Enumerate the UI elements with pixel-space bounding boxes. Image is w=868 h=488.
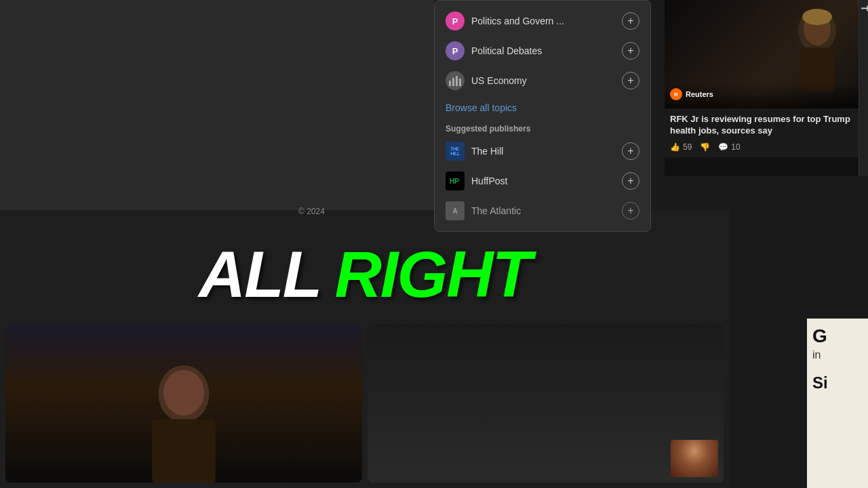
like-icon: 👍 xyxy=(670,142,680,152)
bottom-card-left[interactable] xyxy=(5,324,362,483)
the-hill-icon: THEHILL xyxy=(446,142,465,161)
economy-icon xyxy=(446,71,465,90)
svg-rect-0 xyxy=(449,81,451,86)
huffpost-icon: HP xyxy=(446,171,465,190)
partial-card-letter-si: Si xyxy=(812,373,828,392)
partial-card-letter-g: G xyxy=(812,327,863,346)
huffpost-label: HuffPost xyxy=(471,176,615,186)
svg-text:HP: HP xyxy=(450,178,459,185)
news-card-content: RFK Jr is reviewing resumes for top Trum… xyxy=(665,108,868,157)
debates-icon: P xyxy=(446,41,465,60)
add-huffpost-button[interactable]: + xyxy=(622,172,639,190)
bg-left xyxy=(0,0,434,210)
dropdown-panel: P Politics and Govern ... + P Political … xyxy=(434,0,651,232)
bottom-card-middle-bg xyxy=(368,324,724,483)
topic-item-debates[interactable]: P Political Debates + xyxy=(435,36,650,66)
news-card-image: R Reuters xyxy=(665,0,868,108)
bottom-card-left-bg xyxy=(5,324,362,483)
comment-button[interactable]: 💬 10 xyxy=(718,142,740,152)
svg-rect-2 xyxy=(456,76,458,86)
publisher-item-huffpost[interactable]: HP HuffPost + xyxy=(435,166,650,196)
overlay-word-all: ALL xyxy=(199,237,321,312)
dislike-icon: 👎 xyxy=(700,142,710,152)
svg-point-9 xyxy=(802,9,832,25)
the-hill-label: The Hill xyxy=(471,146,615,157)
add-economy-button[interactable]: + xyxy=(622,72,639,89)
partial-right-text: T xyxy=(859,0,868,17)
reuters-badge: R Reuters xyxy=(670,88,863,100)
reuters-news-card[interactable]: R Reuters RFK Jr is reviewing resumes fo… xyxy=(665,0,868,176)
reuters-icon: R xyxy=(670,88,682,100)
suggested-publishers-label: Suggested publishers xyxy=(435,120,650,136)
svg-rect-11 xyxy=(152,419,216,483)
reuters-name: Reuters xyxy=(686,90,713,98)
add-debates-button[interactable]: + xyxy=(622,42,639,60)
like-button[interactable]: 👍 59 xyxy=(670,142,692,152)
browse-all-topics-link[interactable]: Browse all topics xyxy=(435,96,650,120)
partial-right-card: T xyxy=(859,0,868,176)
news-actions: 👍 59 👎 💬 10 xyxy=(670,142,863,152)
like-count: 59 xyxy=(683,142,692,152)
add-the-hill-button[interactable]: + xyxy=(622,142,639,160)
add-politics-button[interactable]: + xyxy=(622,12,639,30)
publisher-item-the-hill[interactable]: THEHILL The Hill + xyxy=(435,136,650,166)
bottom-card-middle[interactable] xyxy=(368,324,724,483)
overlay-text-container: ALL RIGHT xyxy=(0,210,729,339)
dislike-button[interactable]: 👎 xyxy=(700,142,710,152)
politics-label: Politics and Govern ... xyxy=(471,16,615,26)
person-silhouette xyxy=(5,356,362,483)
news-title: RFK Jr is reviewing resumes for top Trum… xyxy=(670,114,863,137)
news-card-overlay: R Reuters xyxy=(665,83,868,108)
svg-rect-1 xyxy=(452,78,454,86)
topic-item-politics[interactable]: P Politics and Govern ... + xyxy=(435,6,650,36)
topic-item-economy[interactable]: US Economy + xyxy=(435,66,650,96)
partial-card-text-in: in xyxy=(812,348,863,361)
debates-label: Political Debates xyxy=(471,45,615,56)
politics-icon: P xyxy=(446,12,465,30)
thumbnail-image xyxy=(671,440,718,477)
comment-count: 10 xyxy=(731,142,740,152)
svg-point-12 xyxy=(163,369,204,415)
bottom-section xyxy=(0,319,729,488)
overlay-word-right: RIGHT xyxy=(334,237,530,312)
bottom-right-partial-card: G in Si xyxy=(807,319,868,488)
comment-icon: 💬 xyxy=(718,142,728,152)
economy-label: US Economy xyxy=(471,75,615,86)
svg-rect-3 xyxy=(459,79,461,86)
